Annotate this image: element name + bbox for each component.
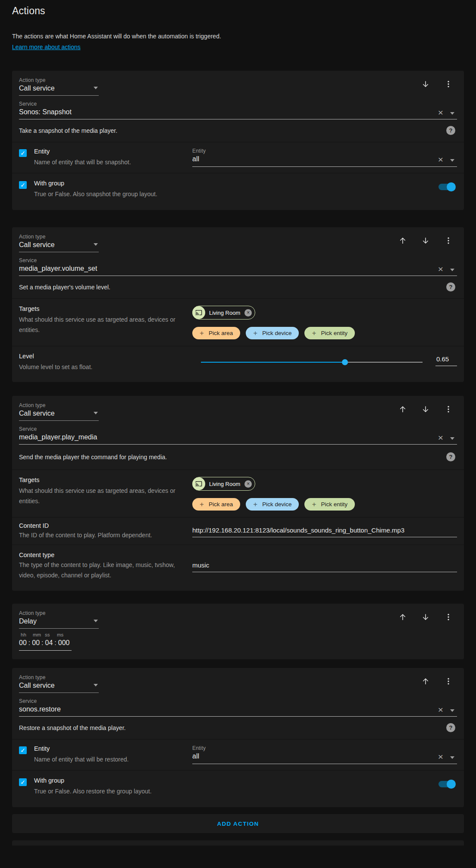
duration-input[interactable]: hh mm ss ms 00:00:04:000 bbox=[12, 629, 91, 659]
remove-chip-icon[interactable]: × bbox=[244, 309, 252, 316]
action-type-label: Action type bbox=[19, 674, 99, 680]
pick-device-button[interactable]: +Pick device bbox=[246, 327, 299, 339]
move-down-button[interactable] bbox=[420, 404, 431, 414]
dropdown-arrow-icon bbox=[94, 620, 98, 622]
dropdown-arrow-icon[interactable] bbox=[450, 269, 454, 271]
help-icon[interactable]: ? bbox=[446, 126, 455, 135]
content-type-field[interactable]: music bbox=[192, 560, 457, 572]
target-chip-living-room[interactable]: Living Room × bbox=[192, 306, 255, 320]
pick-entity-button[interactable]: +Pick entity bbox=[304, 327, 354, 339]
level-slider[interactable] bbox=[201, 362, 423, 363]
service-description-row: Take a snapshot of the media player. ? bbox=[12, 119, 464, 142]
overflow-menu-button[interactable] bbox=[443, 235, 454, 246]
clear-icon[interactable]: × bbox=[438, 434, 443, 441]
action-type-value: Call service bbox=[19, 241, 55, 249]
service-field[interactable]: Service media_player.volume_set × bbox=[12, 252, 464, 276]
overflow-menu-button[interactable] bbox=[443, 676, 454, 686]
entity-picker[interactable]: Entity all × bbox=[192, 148, 457, 167]
clear-icon[interactable]: × bbox=[438, 706, 443, 713]
action-card-sonos-snapshot: Action type Call service Service Sonos: … bbox=[12, 71, 464, 210]
move-down-button[interactable] bbox=[420, 79, 431, 89]
help-icon[interactable]: ? bbox=[446, 452, 455, 461]
dropdown-arrow-icon[interactable] bbox=[450, 437, 454, 440]
with-group-checkbox[interactable]: ✓ bbox=[19, 181, 27, 189]
clear-icon[interactable]: × bbox=[438, 753, 443, 760]
target-chip-living-room[interactable]: Living Room × bbox=[192, 477, 255, 491]
clear-icon[interactable]: × bbox=[438, 109, 443, 116]
entity-checkbox[interactable]: ✓ bbox=[19, 746, 27, 754]
plus-icon: + bbox=[253, 500, 257, 509]
action-card-play-media: Action type Call service Service media_p… bbox=[12, 396, 464, 591]
action-type-select[interactable]: Action type Call service bbox=[19, 674, 99, 693]
level-description: Volume level to set as float. bbox=[19, 362, 185, 372]
pick-area-button[interactable]: +Pick area bbox=[192, 327, 240, 339]
duration-hours[interactable]: 00 bbox=[19, 639, 27, 647]
pick-area-button[interactable]: +Pick area bbox=[192, 498, 240, 511]
move-down-button[interactable] bbox=[420, 612, 431, 622]
dropdown-arrow-icon bbox=[94, 87, 98, 89]
service-field[interactable]: Service media_player.play_media × bbox=[12, 421, 464, 445]
with-group-toggle[interactable] bbox=[438, 184, 454, 190]
next-card-edge bbox=[12, 840, 464, 846]
duration-milliseconds[interactable]: 000 bbox=[58, 639, 70, 647]
arrow-down-icon bbox=[421, 612, 430, 622]
arrow-up-icon bbox=[398, 236, 407, 245]
dropdown-arrow-icon[interactable] bbox=[450, 756, 454, 759]
overflow-menu-button[interactable] bbox=[443, 404, 454, 414]
arrow-up-icon bbox=[421, 677, 430, 686]
dropdown-arrow-icon[interactable] bbox=[450, 112, 454, 115]
service-field[interactable]: Service Sonos: Snapshot × bbox=[12, 96, 464, 119]
entity-row-description: Name of entity that will be snapshot. bbox=[34, 157, 192, 167]
with-group-label: With group bbox=[34, 180, 438, 187]
dropdown-arrow-icon[interactable] bbox=[450, 709, 454, 712]
with-group-row: ✓ With group True or False. Also snapsho… bbox=[12, 173, 464, 210]
action-type-select[interactable]: Action type Delay bbox=[19, 610, 99, 629]
card-header: Action type Delay bbox=[12, 604, 464, 629]
help-icon[interactable]: ? bbox=[446, 282, 455, 291]
action-card-volume-set: Action type Call service Service media_p… bbox=[12, 227, 464, 382]
dropdown-arrow-icon bbox=[94, 412, 98, 414]
with-group-checkbox[interactable]: ✓ bbox=[19, 778, 27, 786]
help-icon[interactable]: ? bbox=[446, 723, 455, 732]
clear-icon[interactable]: × bbox=[438, 156, 443, 163]
move-down-button[interactable] bbox=[420, 235, 431, 246]
with-group-toggle[interactable] bbox=[438, 781, 454, 787]
level-value-field[interactable]: 0.65 bbox=[435, 353, 457, 366]
cast-icon bbox=[192, 477, 205, 490]
duration-minutes[interactable]: 00 bbox=[32, 639, 40, 647]
move-up-button[interactable] bbox=[420, 676, 431, 686]
move-up-button[interactable] bbox=[398, 235, 408, 246]
duration-unit-mm: mm bbox=[33, 632, 45, 637]
learn-more-link[interactable]: Learn more about actions bbox=[12, 44, 81, 50]
action-type-select[interactable]: Action type Call service bbox=[19, 77, 99, 96]
action-card-sonos-restore: Action type Call service Service sonos.r… bbox=[12, 668, 464, 807]
dropdown-arrow-icon[interactable] bbox=[450, 159, 454, 162]
cast-icon bbox=[192, 306, 205, 319]
service-value: sonos.restore bbox=[19, 705, 435, 713]
pick-entity-button[interactable]: +Pick entity bbox=[304, 498, 354, 511]
slider-thumb[interactable] bbox=[342, 359, 348, 365]
content-id-label: Content ID bbox=[19, 522, 185, 529]
service-description: Restore a snapshot of the media player. bbox=[19, 724, 125, 731]
overflow-menu-button[interactable] bbox=[443, 612, 454, 622]
remove-chip-icon[interactable]: × bbox=[244, 480, 252, 488]
arrow-down-icon bbox=[421, 79, 430, 89]
arrow-down-icon bbox=[421, 236, 430, 245]
content-type-description: The type of the content to play. Like im… bbox=[19, 560, 185, 580]
action-type-select[interactable]: Action type Call service bbox=[19, 402, 99, 421]
add-action-card: ADD ACTION bbox=[12, 814, 464, 833]
move-up-button[interactable] bbox=[398, 404, 408, 414]
entity-checkbox[interactable]: ✓ bbox=[19, 149, 27, 157]
clear-icon[interactable]: × bbox=[438, 266, 443, 273]
content-id-field[interactable]: http://192.168.20.121:8123/local/sounds_… bbox=[192, 525, 457, 537]
service-field[interactable]: Service sonos.restore × bbox=[12, 693, 464, 717]
targets-row: Targets What should this service use as … bbox=[12, 470, 464, 517]
pick-device-button[interactable]: +Pick device bbox=[246, 498, 299, 511]
move-up-button[interactable] bbox=[398, 612, 408, 622]
targets-label: Targets bbox=[19, 305, 185, 312]
action-type-select[interactable]: Action type Call service bbox=[19, 234, 99, 252]
overflow-menu-button[interactable] bbox=[443, 79, 454, 89]
duration-seconds[interactable]: 04 bbox=[45, 639, 53, 647]
entity-picker[interactable]: Entity all × bbox=[192, 745, 457, 765]
add-action-button[interactable]: ADD ACTION bbox=[214, 820, 261, 827]
